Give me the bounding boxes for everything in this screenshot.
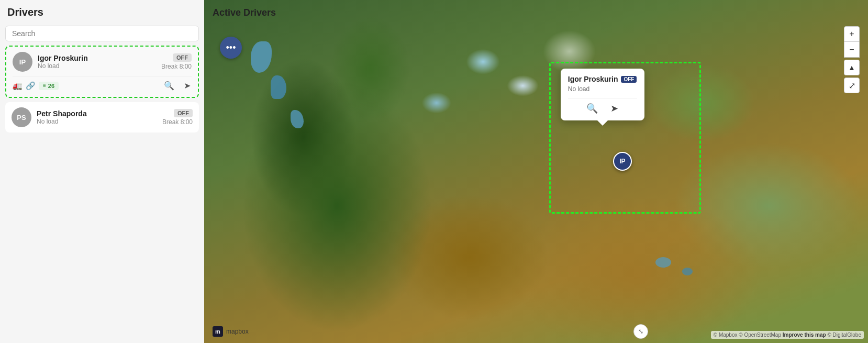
mileage-badge: ≡ 26 xyxy=(39,82,59,90)
avatar-petr: PS xyxy=(12,107,31,127)
avatar-igor: IP xyxy=(13,52,32,72)
mapbox-logo-icon: m xyxy=(213,326,223,337)
mapbox-logo: m mapbox xyxy=(213,326,249,337)
popup-header: Igor Proskurin OFF xyxy=(568,75,637,83)
zoom-icon: 🔍 xyxy=(164,81,174,91)
driver-marker-circle[interactable]: IP xyxy=(613,152,632,171)
popup-driver-load: No load xyxy=(568,85,637,93)
driver-status-group-petr: OFF Break 8:00 xyxy=(162,109,193,126)
search-input[interactable] xyxy=(5,26,199,41)
map-more-button[interactable]: ••• xyxy=(220,37,242,59)
driver-info-igor: Igor Proskurin No load xyxy=(38,54,156,70)
break-time-igor: Break 8:00 xyxy=(161,63,192,70)
improve-map-link[interactable]: Improve this map xyxy=(783,332,826,338)
map-controls: + − ▲ ⤢ xyxy=(844,26,860,93)
map-background[interactable]: ••• Igor Proskurin OFF No load 🔍 ➤ IP xyxy=(204,0,868,343)
map-expand-corner-button[interactable]: ⤡ xyxy=(633,324,648,339)
driver-info-petr: Petr Shaporda No load xyxy=(37,109,157,125)
driver-card-icons-left: 🚛 🔗 ≡ 26 xyxy=(13,81,59,91)
break-time-petr: Break 8:00 xyxy=(162,118,193,126)
zoom-in-button[interactable]: + xyxy=(844,26,860,42)
popup-actions: 🔍 ➤ xyxy=(568,98,637,114)
driver-card-petr[interactable]: PS Petr Shaporda No load OFF Break 8:00 xyxy=(5,102,199,132)
status-badge-petr: OFF xyxy=(174,109,193,117)
mileage-icon: ≡ xyxy=(43,83,46,88)
driver-card-actions-igor: 🚛 🔗 ≡ 26 🔍 ➤ xyxy=(13,76,192,92)
zoom-out-button[interactable]: − xyxy=(844,42,860,58)
water-body-2 xyxy=(271,75,286,99)
map-driver-popup: Igor Proskurin OFF No load 🔍 ➤ xyxy=(561,69,644,120)
map-area: Active Drivers ••• Igor Proskurin OFF No… xyxy=(204,0,868,343)
driver-name-petr: Petr Shaporda xyxy=(37,109,157,118)
navigate-icon: ➤ xyxy=(184,81,191,91)
truck-icon: 🚛 xyxy=(13,81,23,91)
expand-icon: ⤢ xyxy=(849,81,855,91)
mapbox-attribution: © Mapbox © OpenStreetMap xyxy=(714,332,783,338)
water-body-5 xyxy=(682,268,693,275)
navigate-btn-igor[interactable]: ➤ xyxy=(183,80,192,92)
map-terrain xyxy=(204,0,868,343)
driver-load-igor: No load xyxy=(38,62,156,70)
map-attribution: © Mapbox © OpenStreetMap Improve this ma… xyxy=(711,331,864,339)
mapbox-logo-text: mapbox xyxy=(226,328,249,335)
map-title: Active Drivers xyxy=(213,7,276,18)
driver-name-igor: Igor Proskurin xyxy=(38,54,156,62)
panel-title: Drivers xyxy=(5,6,199,21)
trailer-icon: 🔗 xyxy=(26,81,36,91)
popup-navigate-button[interactable]: ➤ xyxy=(610,103,618,114)
driver-marker-initials: IP xyxy=(619,158,625,165)
popup-status-badge: OFF xyxy=(621,76,637,83)
zoom-out-icon: − xyxy=(849,45,854,54)
driver-card-icons-right: 🔍 ➤ xyxy=(163,80,192,92)
zoom-in-icon: + xyxy=(849,29,854,39)
status-badge-igor: OFF xyxy=(173,53,192,62)
mileage-value: 26 xyxy=(48,83,54,89)
drivers-panel: Drivers IP Igor Proskurin No load OFF Br… xyxy=(0,0,204,343)
popup-navigate-icon: ➤ xyxy=(610,103,618,114)
expand-button[interactable]: ⤢ xyxy=(844,78,860,93)
popup-zoom-icon: 🔍 xyxy=(586,103,598,114)
more-dots-icon: ••• xyxy=(226,42,236,53)
driver-map-marker[interactable]: IP xyxy=(613,152,632,171)
driver-status-group-igor: OFF Break 8:00 xyxy=(161,53,192,70)
zoom-btn-igor[interactable]: 🔍 xyxy=(163,80,175,92)
compass-button[interactable]: ▲ xyxy=(844,60,860,75)
digital-globe-attribution: © DigitalGlobe xyxy=(827,332,861,338)
driver-load-petr: No load xyxy=(37,118,157,125)
popup-driver-name: Igor Proskurin xyxy=(568,75,618,83)
compass-icon: ▲ xyxy=(848,63,855,72)
popup-zoom-button[interactable]: 🔍 xyxy=(586,103,598,114)
driver-card-igor[interactable]: IP Igor Proskurin No load OFF Break 8:00… xyxy=(5,46,199,98)
expand-corner-icon: ⤡ xyxy=(638,328,643,335)
